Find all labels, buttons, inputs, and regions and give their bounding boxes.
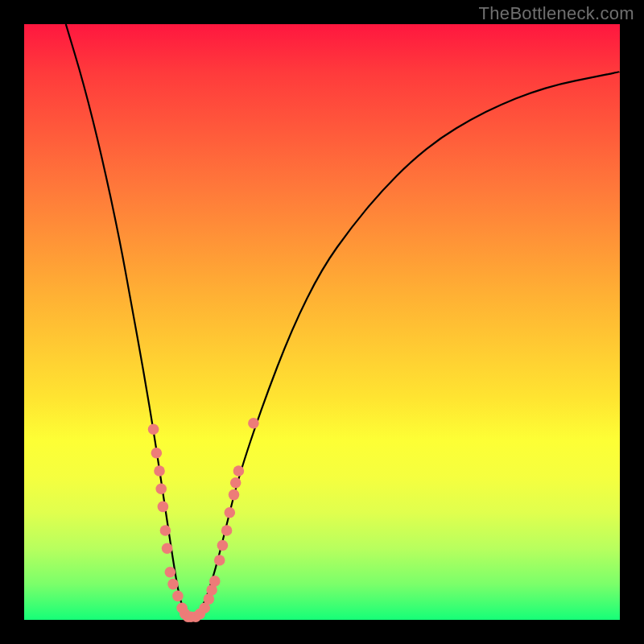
scatter-point [160,525,171,536]
scatter-point [172,591,184,602]
scatter-point [209,576,221,587]
scatter-point [217,540,229,551]
chart-plot-area [24,24,620,620]
bottleneck-curve-line [66,24,620,618]
scatter-point [158,502,169,513]
scatter-point [230,477,242,489]
scatter-point [148,423,159,435]
scatter-point [229,489,240,501]
scatter-group [148,418,259,622]
chart-svg [24,24,620,620]
watermark-text: TheBottleneck.com [479,3,634,24]
scatter-point [225,507,236,518]
scatter-point [233,465,245,477]
scatter-point [151,448,163,459]
scatter-point [155,483,167,494]
scatter-point [221,525,233,536]
scatter-point [165,567,176,578]
scatter-point [248,418,259,429]
scatter-point [154,465,165,477]
scatter-point [167,579,179,590]
scatter-point [162,543,173,554]
scatter-point [214,555,225,566]
